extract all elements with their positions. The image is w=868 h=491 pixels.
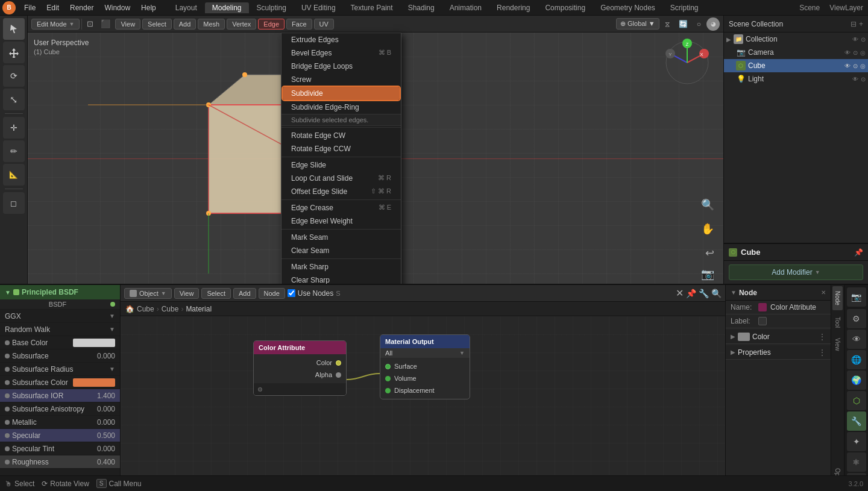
use-nodes-checkbox[interactable]: [288, 289, 295, 297]
node-canvas[interactable]: Color Attribute Color Alpha ⚙: [121, 316, 725, 491]
collection-render[interactable]: ⊙: [861, 36, 866, 43]
camera-icon-vp[interactable]: 📷: [701, 267, 714, 281]
alpha-output-dot[interactable]: [336, 372, 341, 378]
mat-random-walk-row[interactable]: Random Walk ▼: [0, 323, 120, 336]
ws-tab-animation[interactable]: Animation: [442, 2, 489, 13]
ws-tab-scripting[interactable]: Scripting: [663, 2, 706, 13]
menu-loop-cut[interactable]: Loop Cut and Slide ⌘ R: [281, 172, 401, 185]
cursor-tool[interactable]: [3, 18, 25, 40]
prop-output-icon[interactable]: ⚙: [847, 309, 866, 328]
mat-subsurface-row[interactable]: Subsurface 0.000: [0, 349, 120, 363]
viewport-3d[interactable]: Edit Mode ▼ ⊡ ⬛ View Select Add Mesh Ver…: [28, 16, 723, 284]
mat-output-dropdown[interactable]: All ▼: [380, 348, 470, 358]
mode-selector[interactable]: Edit Mode ▼: [31, 19, 80, 30]
color-section-header[interactable]: ▶ Color ⋮: [726, 330, 831, 344]
menu-window[interactable]: Window: [99, 2, 135, 13]
color-attr-settings-icon[interactable]: ⚙: [257, 386, 263, 393]
ws-tab-rendering[interactable]: Rendering: [489, 2, 537, 13]
properties-section-header[interactable]: ▶ Properties ⋮: [726, 345, 831, 360]
side-tab-node[interactable]: Node: [832, 286, 843, 310]
ws-tab-texture[interactable]: Texture Paint: [344, 2, 400, 13]
subsurface-color-bar[interactable]: [73, 378, 115, 387]
mat-ggx-row[interactable]: GGX ▼: [0, 310, 120, 323]
menu-rotate-ccw[interactable]: Rotate Edge CCW: [281, 142, 401, 155]
solid-icon[interactable]: ⬛: [98, 18, 113, 30]
cube-select[interactable]: ◎: [860, 63, 866, 69]
ne-close-icon[interactable]: ✕: [676, 287, 684, 299]
axis-gizmo[interactable]: X Y Z: [663, 39, 711, 87]
side-tab-view[interactable]: View: [832, 333, 843, 356]
menu-edit[interactable]: Edit: [42, 2, 64, 13]
annotate-tool[interactable]: ✏: [3, 140, 25, 162]
camera-render[interactable]: ⊙: [853, 49, 858, 56]
ws-tab-compositing[interactable]: Compositing: [538, 2, 593, 13]
mat-metallic-row[interactable]: Metallic 0.000: [0, 416, 120, 429]
ws-tab-sculpting[interactable]: Sculpting: [250, 2, 294, 13]
sc-collection[interactable]: ▶ 📁 Collection 👁 ⊙: [724, 33, 868, 46]
menu-offset-slide[interactable]: Offset Edge Slide ⇧ ⌘ R: [281, 185, 401, 198]
pin-icon[interactable]: 📌: [854, 248, 863, 257]
mat-subsurface-radius-row[interactable]: Subsurface Radius ▼: [0, 363, 120, 376]
ws-tab-modeling[interactable]: Modeling: [205, 2, 249, 13]
displacement-input-dot[interactable]: [385, 388, 391, 393]
add-modifier-btn[interactable]: Add Modifier ▼: [729, 264, 863, 280]
menu-extrude-edges[interactable]: Extrude Edges: [281, 33, 401, 46]
menu-file[interactable]: File: [19, 2, 40, 13]
volume-input-dot[interactable]: [385, 376, 391, 381]
menu-edge-slide[interactable]: Edge Slide: [281, 158, 401, 172]
ws-tab-shading[interactable]: Shading: [401, 2, 442, 13]
mat-base-color-row[interactable]: Base Color: [0, 336, 120, 349]
viewport-shading-icon[interactable]: ◕: [706, 17, 720, 31]
mat-subsurface-ior-row[interactable]: Subsurface IOR 1.400: [0, 389, 120, 402]
ne-add-menu[interactable]: Add: [233, 288, 256, 299]
sc-cube[interactable]: ⬡ Cube 👁 ⊙ ◎: [724, 59, 868, 72]
menu-help[interactable]: Help: [136, 2, 161, 13]
light-render[interactable]: ⊙: [861, 76, 866, 83]
scale-tool[interactable]: ⤡: [3, 89, 25, 110]
cube-render[interactable]: ⊙: [853, 63, 858, 69]
ne-zoom-icon[interactable]: 🔍: [711, 289, 722, 298]
rotate-tool[interactable]: ⟳: [3, 65, 25, 87]
zoom-in-icon[interactable]: 🔍: [701, 198, 714, 211]
side-tab-tool[interactable]: Tool: [832, 312, 843, 333]
orbit-icon[interactable]: ↩: [705, 246, 714, 260]
menu-subdivide[interactable]: Subdivide: [283, 87, 400, 100]
color-output-dot[interactable]: [336, 360, 341, 366]
prop-object-icon[interactable]: ⬡: [847, 391, 866, 410]
prop-modifier-icon[interactable]: 🔧: [847, 411, 866, 431]
ne-pin-icon[interactable]: 📌: [686, 289, 696, 298]
menu-mark-sharp[interactable]: Mark Sharp: [281, 260, 401, 274]
principled-bsdf-header[interactable]: ▼ Principled BSDF: [0, 285, 120, 299]
add-collection-icon[interactable]: +: [859, 20, 863, 28]
prop-physics-icon[interactable]: ⚛: [847, 452, 866, 472]
menu-render[interactable]: Render: [65, 2, 98, 13]
ws-tab-uv[interactable]: UV Editing: [294, 2, 343, 13]
mat-subsurface-color-row[interactable]: Subsurface Color: [0, 376, 120, 389]
prop-view-icon[interactable]: 👁: [847, 330, 866, 349]
menu-edge-bevel-weight[interactable]: Edge Bevel Weight: [281, 214, 401, 228]
mat-subsurface-aniso-row[interactable]: Subsurface Anisotropy 0.000: [0, 402, 120, 416]
color-section-menu[interactable]: ⋮: [819, 333, 826, 341]
ws-tab-geometry[interactable]: Geometry Nodes: [593, 2, 662, 13]
overlay-icon[interactable]: ⧖: [661, 19, 673, 30]
uv-menu[interactable]: UV: [314, 19, 334, 30]
sc-light[interactable]: 💡 Light 👁 ⊙: [724, 72, 868, 86]
face-menu[interactable]: Face: [286, 19, 312, 30]
node-section-close[interactable]: ✕: [821, 289, 826, 296]
node-name-value[interactable]: Color Attribute: [770, 303, 826, 311]
view-menu[interactable]: View: [115, 19, 140, 30]
sc-camera[interactable]: 📷 Camera 👁 ⊙ ◎: [724, 46, 868, 59]
filter-icon[interactable]: ⊟: [851, 20, 857, 28]
ne-select-menu[interactable]: Select: [201, 288, 231, 299]
ws-tab-layout[interactable]: Layout: [168, 2, 204, 13]
measure-tool[interactable]: 📐: [3, 164, 25, 186]
menu-bevel-edges[interactable]: Bevel Edges ⌘ B: [281, 46, 401, 60]
surface-input-dot[interactable]: [385, 364, 391, 369]
prop-particles-icon[interactable]: ✦: [847, 432, 866, 451]
ne-mode-dropdown[interactable]: Object ▼: [124, 288, 172, 299]
ne-snap-icon[interactable]: 🔧: [699, 289, 709, 298]
menu-bridge-edge-loops[interactable]: Bridge Edge Loops: [281, 60, 401, 73]
render-preview-icon[interactable]: ○: [693, 19, 705, 30]
select-menu[interactable]: Select: [142, 19, 172, 30]
bc-cube1[interactable]: Cube: [137, 305, 154, 313]
